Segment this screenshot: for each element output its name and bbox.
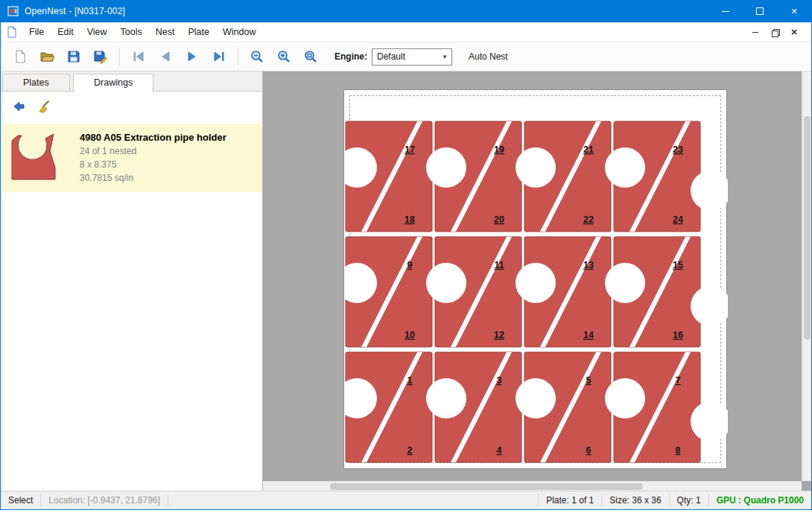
save-icon (66, 49, 81, 64)
part-number: 2 (407, 445, 413, 456)
tab-plates[interactable]: Plates (2, 74, 70, 91)
menu-item-nest[interactable]: Nest (149, 23, 182, 41)
zoom-fit-button[interactable] (297, 45, 324, 68)
mdi-close-icon: ✕ (790, 28, 797, 37)
toolbar-separator (119, 48, 120, 66)
status-gpu: GPU : Quadro P1000 (708, 494, 811, 507)
part-number: 7 (676, 375, 681, 386)
status-location: Location: [-0.9437, 21.8796] (41, 494, 168, 507)
part-number: 3 (497, 375, 502, 386)
save-edit-button[interactable] (87, 45, 114, 68)
part-number: 6 (586, 445, 591, 456)
tab-drawings[interactable]: Drawings (73, 74, 153, 92)
sidebar-toolbar (1, 92, 262, 121)
mdi-restore-button[interactable] (765, 25, 784, 39)
close-button[interactable]: ✕ (777, 0, 811, 22)
main-region: Plates Drawings (1, 71, 811, 491)
new-file-icon (13, 49, 28, 64)
window-title: OpenNest - [N0317-002] (25, 6, 125, 16)
part-pair (516, 237, 611, 347)
part-number: 13 (583, 260, 594, 270)
part-pair (426, 237, 521, 347)
part-number: 19 (494, 144, 504, 155)
mdi-restore-icon (772, 29, 778, 36)
new-file-button[interactable] (7, 45, 34, 68)
broom-icon (37, 99, 52, 114)
close-icon: ✕ (790, 7, 797, 16)
zoom-in-button[interactable] (270, 45, 297, 68)
part-pair (516, 121, 611, 232)
nest-svg: 17 18 19 20 21 22 23 24 9 10 11 12 13 14… (344, 90, 728, 470)
nav-first-icon (131, 49, 146, 64)
nav-last-button[interactable] (206, 45, 232, 68)
nav-prev-button[interactable] (152, 45, 179, 68)
app-icon (7, 5, 19, 17)
part-pair (426, 352, 521, 462)
part-number: 15 (673, 260, 683, 270)
toolbar: Engine: Default ▾ Auto Nest (1, 42, 811, 71)
part-number: 4 (497, 445, 502, 456)
part-pair (344, 237, 432, 347)
part-number: 23 (673, 144, 683, 155)
open-file-button[interactable] (34, 45, 60, 68)
part-number: 11 (494, 260, 504, 270)
menu-item-edit[interactable]: Edit (51, 23, 80, 41)
vertical-scrollbar[interactable] (802, 71, 811, 481)
import-drawing-button[interactable] (8, 97, 28, 116)
zoom-out-button[interactable] (244, 45, 270, 68)
drawing-list-item[interactable]: 4980 A05 Extraction pipe holder 24 of 1 … (1, 124, 262, 192)
menu-item-view[interactable]: View (80, 23, 114, 41)
part-number: 9 (407, 260, 413, 270)
nest-canvas[interactable]: 17 18 19 20 21 22 23 24 9 10 11 12 13 14… (263, 71, 811, 491)
part-number: 21 (583, 144, 594, 155)
drawing-size: 8 x 8.375 (80, 159, 226, 170)
plate: 17 18 19 20 21 22 23 24 9 10 11 12 13 14… (343, 89, 727, 469)
menu-item-plate[interactable]: Plate (181, 23, 216, 41)
drawing-info: 4980 A05 Extraction pipe holder 24 of 1 … (80, 130, 226, 185)
status-plate: Plate: 1 of 1 (538, 494, 601, 507)
sidebar: Plates Drawings (1, 71, 263, 491)
vertical-scrollbar-thumb[interactable] (804, 116, 811, 340)
opennest-window: OpenNest - [N0317-002] ✕ File Edit View … (0, 0, 812, 510)
nav-prev-icon (158, 49, 173, 64)
part-thumbnail (10, 130, 63, 185)
mdi-minimize-icon (752, 32, 758, 33)
part-number: 8 (676, 445, 681, 456)
menu-item-window[interactable]: Window (216, 23, 262, 41)
menu-bar: File Edit View Tools Nest Plate Window ✕ (1, 22, 811, 42)
part-number: 14 (583, 330, 594, 340)
menu-item-tools[interactable]: Tools (114, 23, 149, 41)
toolbar-separator (238, 48, 238, 66)
nav-first-button[interactable] (125, 45, 152, 68)
mdi-minimize-button[interactable] (746, 25, 765, 39)
part-thumbnail-icon (10, 133, 59, 182)
maximize-button[interactable] (743, 0, 777, 22)
part-pair (516, 352, 611, 462)
part-number: 12 (494, 330, 504, 340)
part-pair (344, 121, 432, 232)
mdi-close-button[interactable]: ✕ (784, 25, 804, 39)
maximize-icon (756, 7, 764, 15)
status-size: Size: 36 x 36 (601, 494, 668, 507)
save-button[interactable] (60, 45, 87, 68)
import-icon (11, 99, 26, 114)
title-bar: OpenNest - [N0317-002] ✕ (1, 0, 811, 22)
part-pair (605, 237, 700, 347)
zoom-out-icon (250, 49, 264, 64)
part-number: 16 (673, 330, 683, 340)
minimize-button[interactable] (708, 0, 743, 22)
nav-next-button[interactable] (179, 45, 206, 68)
horizontal-scrollbar-thumb[interactable] (330, 483, 643, 490)
drawing-nested-count: 24 of 1 nested (80, 146, 226, 156)
part-pair (344, 352, 432, 462)
menu-item-file[interactable]: File (22, 23, 51, 41)
zoom-fit-icon (303, 49, 318, 64)
clean-button[interactable] (34, 97, 54, 116)
part-number: 5 (586, 375, 591, 386)
engine-select[interactable]: Default ▾ (372, 48, 452, 66)
part-pair (605, 352, 700, 462)
auto-nest-button[interactable]: Auto Nest (464, 48, 513, 65)
part-pair (426, 121, 521, 232)
horizontal-scrollbar[interactable] (263, 481, 802, 491)
part-number: 18 (405, 214, 415, 225)
